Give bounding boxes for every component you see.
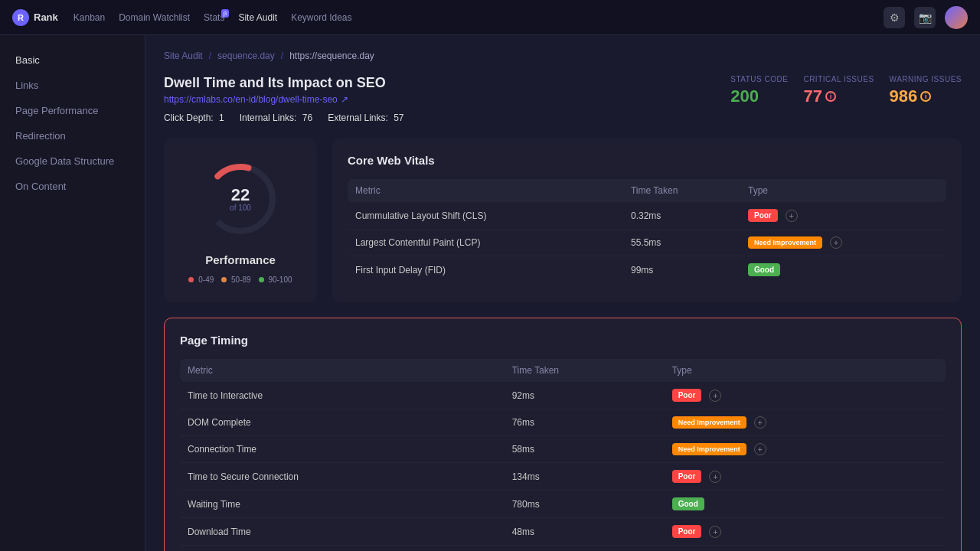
pt-expand-1[interactable]: +: [754, 416, 766, 429]
breadcrumb-site-audit[interactable]: Site Audit: [164, 51, 203, 61]
pt-time-3: 134ms: [505, 463, 665, 491]
table-row: Time to Secure Connection 134ms Poor +: [180, 463, 946, 491]
critical-info-icon[interactable]: i: [825, 91, 836, 102]
gauge-of: of 100: [230, 204, 251, 212]
sidebar-item-links[interactable]: Links: [0, 73, 145, 98]
expand-icon-1[interactable]: +: [830, 236, 842, 249]
table-row: Cummulative Layout Shift (CLS) 0.32ms Po…: [348, 202, 946, 230]
breadcrumb-sequence[interactable]: sequence.day: [217, 51, 275, 61]
breadcrumb-current: https://sequence.day: [289, 51, 374, 61]
pt-expand-2[interactable]: +: [754, 443, 766, 455]
main-layout: Basic Links Page Performance Redirection…: [0, 35, 980, 551]
click-depth: Click Depth: 1: [164, 112, 224, 123]
gauge-number: 22: [230, 187, 251, 204]
table-row: DOM Complete 76ms Need Improvement +: [180, 409, 946, 436]
pt-expand-0[interactable]: +: [709, 390, 721, 402]
cwv-type-2: Good: [740, 256, 946, 284]
pt-badge-4: Good: [672, 497, 704, 510]
breadcrumb-sep-2: /: [281, 51, 283, 61]
nav-item-domain-watchlist[interactable]: Domain Watchlist: [119, 12, 190, 23]
gauge-center: 22 of 100: [230, 187, 251, 212]
pt-metric-2: Connection Time: [180, 436, 505, 463]
pt-type-6: Poor +: [665, 546, 946, 552]
page-timing-table: Metric Time Taken Type Time to Interacti…: [180, 359, 946, 551]
pt-header-metric: Metric: [180, 359, 505, 382]
nav-item-stats[interactable]: Stats β: [204, 12, 224, 23]
page-meta: Click Depth: 1 Internal Links: 76 Extern…: [164, 112, 404, 123]
pt-time-0: 92ms: [505, 382, 665, 409]
cwv-header-metric: Metric: [348, 179, 623, 202]
table-row: First Input Delay (FID) 99ms Good: [348, 256, 946, 284]
page-title-area: Dwell Time and Its Impact on SEO https:/…: [164, 75, 404, 123]
cwv-metric-2: First Input Delay (FID): [348, 256, 623, 284]
nav-item-keyword-ideas[interactable]: Keyword Ideas: [291, 12, 351, 23]
pt-time-5: 48ms: [505, 518, 665, 546]
badge-need-1: Need Improvement: [748, 236, 822, 249]
page-header: Dwell Time and Its Impact on SEO https:/…: [164, 75, 962, 123]
legend-mid: 50-89: [221, 276, 250, 284]
pt-header-time: Time Taken: [505, 359, 665, 382]
pt-type-2: Need Improvement +: [665, 436, 946, 463]
pt-badge-5: Poor: [672, 525, 702, 538]
legend-poor-dot: [188, 277, 194, 282]
badge-poor-0: Poor: [748, 209, 778, 222]
table-row: Largest Contentful Paint (LCP) 55.5ms Ne…: [348, 230, 946, 256]
performance-gauge-card: 22 of 100 Performance 0-49 50-89: [164, 139, 317, 302]
cwv-time-0: 0.32ms: [623, 202, 740, 230]
sidebar-item-basic[interactable]: Basic: [0, 47, 145, 73]
pt-metric-5: Download Time: [180, 518, 505, 546]
pt-metric-4: Waiting Time: [180, 491, 505, 518]
pt-expand-5[interactable]: +: [709, 526, 721, 538]
settings-icon[interactable]: ⚙: [884, 7, 905, 28]
legend-poor: 0-49: [188, 276, 214, 284]
gauge-legend: 0-49 50-89 90-100: [188, 276, 292, 284]
cwv-metric-1: Largest Contentful Paint (LCP): [348, 230, 623, 256]
sidebar: Basic Links Page Performance Redirection…: [0, 35, 145, 551]
sidebar-item-redirection[interactable]: Redirection: [0, 123, 145, 148]
internal-links: Internal Links: 76: [240, 112, 312, 123]
pt-type-5: Poor +: [665, 518, 946, 546]
pt-time-1: 76ms: [505, 409, 665, 436]
sidebar-item-page-performance[interactable]: Page Performance: [0, 98, 145, 123]
cwv-metric-0: Cummulative Layout Shift (CLS): [348, 202, 623, 230]
external-links: External Links: 57: [328, 112, 403, 123]
pt-time-6: 66ms: [505, 546, 665, 552]
legend-mid-dot: [221, 277, 227, 282]
nav-item-kanban[interactable]: Kanban: [74, 12, 105, 23]
core-web-vitals-table: Metric Time Taken Type Cummulative Layou…: [348, 179, 946, 283]
warning-info-icon[interactable]: i: [920, 91, 931, 102]
pt-badge-0: Poor: [672, 389, 702, 402]
cwv-time-1: 55.5ms: [623, 230, 740, 256]
camera-icon[interactable]: 📷: [914, 7, 936, 28]
critical-issues-card: CRITICAL ISSUES 77 i: [803, 75, 874, 106]
pt-type-1: Need Improvement +: [665, 409, 946, 436]
cwv-type-1: Need Improvement +: [740, 230, 946, 256]
table-row: Download Time 48ms Poor +: [180, 518, 946, 546]
pt-badge-3: Poor: [672, 470, 702, 483]
pt-type-4: Good: [665, 491, 946, 518]
nav-item-site-audit[interactable]: Site Audit: [238, 12, 277, 23]
pt-metric-6: Duration Time: [180, 546, 505, 552]
warning-issues-value: 986 i: [890, 86, 962, 106]
pt-metric-1: DOM Complete: [180, 409, 505, 436]
stats-badge: β: [221, 9, 230, 18]
sidebar-item-google-data-structure[interactable]: Google Data Structure: [0, 148, 145, 174]
topnav-left: R Rank Kanban Domain Watchlist Stats β S…: [12, 9, 352, 26]
cwv-time-2: 99ms: [623, 256, 740, 284]
expand-icon-0[interactable]: +: [786, 210, 798, 222]
pt-header-type: Type: [665, 359, 946, 382]
brand-name: Rank: [34, 11, 58, 23]
table-row: Waiting Time 780ms Good: [180, 491, 946, 518]
core-web-vitals-card: Core Web Vitals Metric Time Taken Type C…: [332, 139, 962, 302]
sidebar-item-on-content[interactable]: On Content: [0, 174, 145, 199]
table-row: Duration Time 66ms Poor +: [180, 546, 946, 552]
logo-area: R Rank: [12, 9, 58, 26]
pt-time-2: 58ms: [505, 436, 665, 463]
critical-issues-value: 77 i: [803, 86, 874, 106]
status-cards: STATUS CODE 200 CRITICAL ISSUES 77 i WAR…: [730, 75, 962, 106]
page-title: Dwell Time and Its Impact on SEO: [164, 75, 404, 91]
breadcrumb-sep-1: /: [209, 51, 211, 61]
avatar[interactable]: [945, 6, 968, 29]
pt-expand-3[interactable]: +: [709, 471, 721, 483]
page-url[interactable]: https://cmlabs.co/en-id/blog/dwell-time-…: [164, 94, 404, 105]
